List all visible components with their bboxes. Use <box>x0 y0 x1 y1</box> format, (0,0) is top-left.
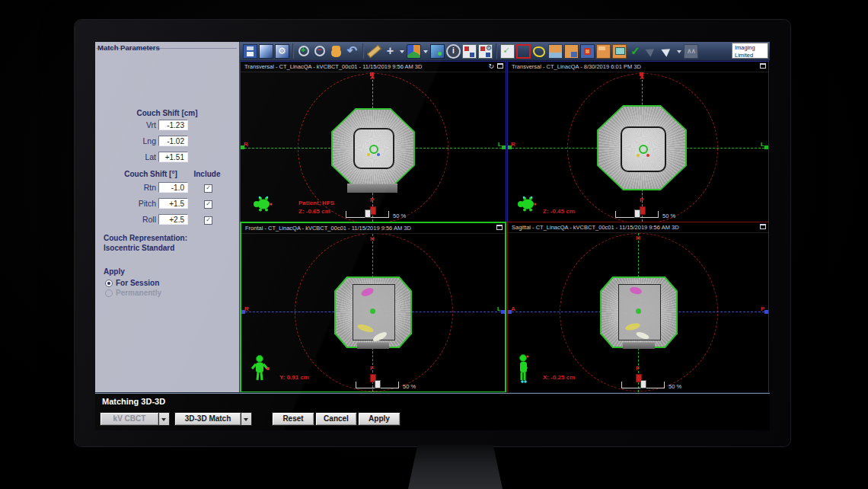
viewport-image-area[interactable]: H R L F <box>241 234 505 392</box>
layout-icon[interactable] <box>259 44 273 59</box>
zoom-percentage: 50 % <box>403 383 416 390</box>
window-level-icon[interactable] <box>407 44 421 59</box>
move-tool-icon[interactable] <box>383 44 397 59</box>
panel-title: Match Parameters <box>97 43 160 52</box>
viewport-title: Sagittal - CT_LinacQA - kVCBCT_00c01 - 1… <box>508 222 768 233</box>
rtn-include-checkbox[interactable]: ✓ <box>204 184 212 193</box>
roi-box-icon[interactable] <box>516 44 531 59</box>
import-icon[interactable] <box>500 44 515 59</box>
viewport-image-area[interactable]: H A P F <box>508 233 768 392</box>
image-settings-icon[interactable] <box>478 44 493 59</box>
undo-icon[interactable] <box>345 44 359 59</box>
layer-icon[interactable] <box>596 44 611 59</box>
for-session-label[interactable]: For Session <box>116 279 159 287</box>
edge-marker-top <box>370 72 374 76</box>
layer-stack-icon[interactable] <box>612 44 627 59</box>
zoom-slider[interactable] <box>621 382 665 388</box>
orientation-top: H <box>636 235 640 241</box>
viewport-image-area[interactable]: A R L P Z: -0.45 <box>508 72 768 222</box>
blend-split-icon[interactable] <box>548 44 563 59</box>
maximize-icon[interactable] <box>760 63 766 69</box>
marker-red <box>646 154 649 157</box>
maximize-icon[interactable] <box>760 224 766 229</box>
marker-yellow <box>367 153 370 156</box>
separator <box>496 43 497 59</box>
match-parameters-panel: Match Parameters Couch Shift [cm] Vrt -1… <box>95 42 240 392</box>
pointer-icon[interactable] <box>660 44 675 59</box>
mode-selector-caret[interactable] <box>241 412 252 426</box>
lng-label: Lng <box>142 136 156 145</box>
zoom-in-icon[interactable] <box>297 44 311 59</box>
ruler-icon[interactable] <box>367 44 381 59</box>
blend-preview-icon[interactable] <box>430 44 445 59</box>
source-selector-caret[interactable] <box>159 412 170 426</box>
pitch-include-checkbox[interactable]: ✓ <box>204 200 212 209</box>
roll-include-checkbox[interactable]: ✓ <box>204 216 212 225</box>
for-session-radio[interactable] <box>105 280 113 287</box>
source-selector-button[interactable]: kV CBCT <box>100 412 159 426</box>
blend-corner-icon[interactable] <box>564 44 579 59</box>
rtn-field[interactable]: -1.0 <box>158 182 188 193</box>
contour-icon[interactable] <box>532 44 547 59</box>
edge-marker-left <box>508 145 512 149</box>
edge-marker-right <box>501 310 505 314</box>
lat-field[interactable]: +1.51 <box>158 152 188 162</box>
maximize-icon[interactable] <box>497 63 503 69</box>
mode-selector-button[interactable]: 3D-3D Match <box>174 412 241 426</box>
zoom-out-icon[interactable] <box>313 44 327 59</box>
vrt-field[interactable]: -1.23 <box>158 120 188 130</box>
viewport-title: Frontal - CT_LinacQA - kVCBCT_00c01 - 11… <box>241 223 505 234</box>
accept-icon[interactable] <box>628 44 643 59</box>
dropdown-caret[interactable] <box>676 44 682 59</box>
zoom-percentage: 50 % <box>669 383 681 390</box>
pitch-field[interactable]: +1.5 <box>158 198 188 209</box>
roll-label: Roll <box>142 215 156 224</box>
reference-image-icon[interactable] <box>462 44 477 59</box>
zoom-slider[interactable] <box>615 211 659 218</box>
sync-icon[interactable]: ↻ <box>488 63 494 70</box>
lat-label: Lat <box>145 152 156 161</box>
rtn-label: Rtn <box>144 183 156 192</box>
edge-marker-left <box>241 310 245 314</box>
edge-marker-left <box>508 310 512 314</box>
save-icon[interactable] <box>243 44 257 59</box>
position-overlay-text: Y: 0.91 cm <box>279 373 309 382</box>
dropdown-caret[interactable] <box>423 44 429 59</box>
viewport-transversal-cbct[interactable]: Transversal - CT_LinacQA - kVCBCT_00c01 … <box>240 61 506 222</box>
license-line1: Imaging <box>735 44 767 52</box>
scene: Match Parameters Couch Shift [cm] Vrt -1… <box>0 0 868 489</box>
roll-field[interactable]: +2.5 <box>158 214 188 225</box>
couch-shift-cm-label: Couch Shift [cm] <box>95 109 239 117</box>
permanently-radio[interactable] <box>105 289 113 297</box>
pan-icon[interactable] <box>329 44 343 59</box>
permanently-label[interactable]: Permanently <box>116 289 161 297</box>
viewport-sagittal[interactable]: Sagittal - CT_LinacQA - kVCBCT_00c01 - 1… <box>507 222 769 392</box>
viewport-frontal-active[interactable]: Frontal - CT_LinacQA - kVCBCT_00c01 - 11… <box>240 222 506 392</box>
apply-button[interactable]: Apply <box>358 412 400 426</box>
couch-representation-label: Couch Representation: <box>104 234 187 242</box>
reset-button[interactable]: Reset <box>272 412 314 426</box>
license-line2: Limited <box>735 52 767 59</box>
lng-field[interactable]: -1.02 <box>158 136 188 146</box>
orientation-bottom: P <box>370 197 374 203</box>
info-icon[interactable] <box>446 44 461 59</box>
viewport-transversal-reference[interactable]: Transversal - CT_LinacQA - 8/30/2019 6:0… <box>507 61 769 222</box>
viewport-image-area[interactable]: A R L P Patient, <box>241 72 506 222</box>
profile-icon[interactable] <box>684 44 698 59</box>
apply-section-label: Apply <box>104 267 125 276</box>
edge-marker-right <box>764 310 768 314</box>
cancel-button[interactable]: Cancel <box>315 412 357 426</box>
edge-marker-right <box>502 145 506 149</box>
viewport-title: Transversal - CT_LinacQA - 8/30/2019 6:0… <box>508 62 768 72</box>
blend-box-icon[interactable] <box>580 44 595 59</box>
position-overlay-text: Z: -0.45 cm <box>543 207 575 216</box>
zoom-slider[interactable] <box>346 211 389 218</box>
zoom-slider[interactable] <box>356 382 399 388</box>
settings-icon[interactable] <box>275 44 289 59</box>
zoom-percentage: 50 % <box>662 213 675 219</box>
dropdown-caret[interactable] <box>399 44 405 59</box>
position-overlay-text: X: -0.25 cm <box>543 373 575 382</box>
couch-table <box>357 342 389 349</box>
maximize-icon[interactable] <box>496 225 503 230</box>
pointer-dim-icon[interactable] <box>644 44 659 59</box>
